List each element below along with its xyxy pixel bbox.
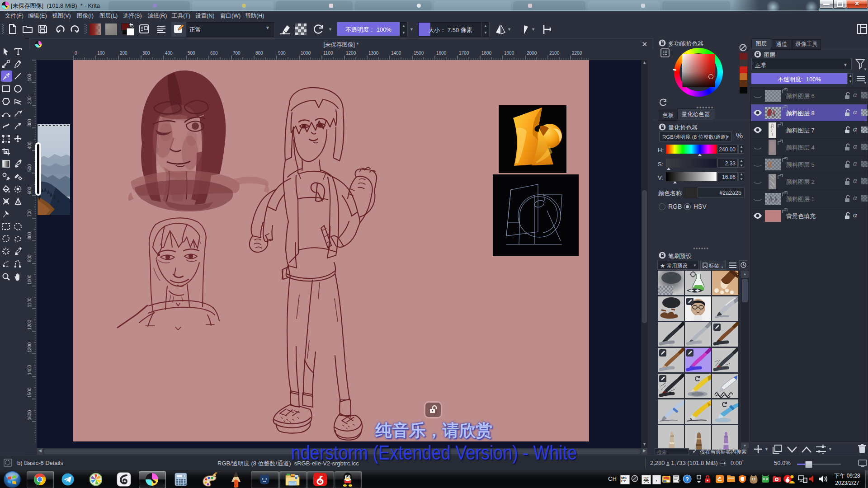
svg-text:1900: 1900 [504, 51, 514, 56]
svg-text:1800: 1800 [481, 51, 492, 56]
svg-text:700: 700 [233, 51, 241, 56]
svg-text:600: 600 [210, 51, 218, 56]
svg-text:1400: 1400 [391, 51, 401, 56]
svg-text:1700: 1700 [459, 51, 469, 56]
svg-text:2000: 2000 [527, 51, 537, 56]
svg-text:1300: 1300 [368, 51, 379, 56]
svg-text:800: 800 [255, 51, 263, 56]
svg-text:200: 200 [27, 96, 32, 104]
svg-text:100: 100 [27, 74, 32, 81]
svg-text:1000: 1000 [301, 51, 311, 56]
svg-text:600: 600 [27, 187, 32, 194]
svg-text:?: ? [685, 476, 689, 483]
svg-text:1100: 1100 [323, 51, 333, 56]
svg-text:200: 200 [120, 51, 127, 56]
svg-text:400: 400 [165, 51, 173, 56]
svg-text:1100: 1100 [27, 297, 32, 307]
svg-text:400: 400 [27, 141, 32, 149]
svg-text:1500: 1500 [27, 387, 32, 398]
svg-text:300: 300 [142, 51, 150, 56]
svg-text:1400: 1400 [27, 365, 32, 375]
svg-text:500: 500 [188, 51, 195, 56]
svg-text:2100: 2100 [549, 51, 560, 56]
svg-text:700: 700 [27, 209, 32, 217]
svg-text:1300: 1300 [27, 342, 32, 352]
svg-text:2200: 2200 [572, 51, 582, 56]
svg-text:1200: 1200 [346, 51, 356, 56]
svg-text:100: 100 [97, 51, 105, 56]
svg-text:1200: 1200 [27, 319, 32, 330]
svg-text:1000: 1000 [27, 274, 32, 285]
svg-text:1600: 1600 [436, 51, 447, 56]
svg-text:900: 900 [27, 254, 32, 262]
svg-text:800: 800 [27, 232, 32, 239]
svg-text:1600: 1600 [27, 410, 32, 420]
svg-text:900: 900 [278, 51, 286, 56]
svg-text:500: 500 [27, 164, 32, 172]
svg-text:300: 300 [27, 119, 32, 127]
svg-text:0: 0 [75, 51, 77, 56]
svg-text:1500: 1500 [414, 51, 424, 56]
